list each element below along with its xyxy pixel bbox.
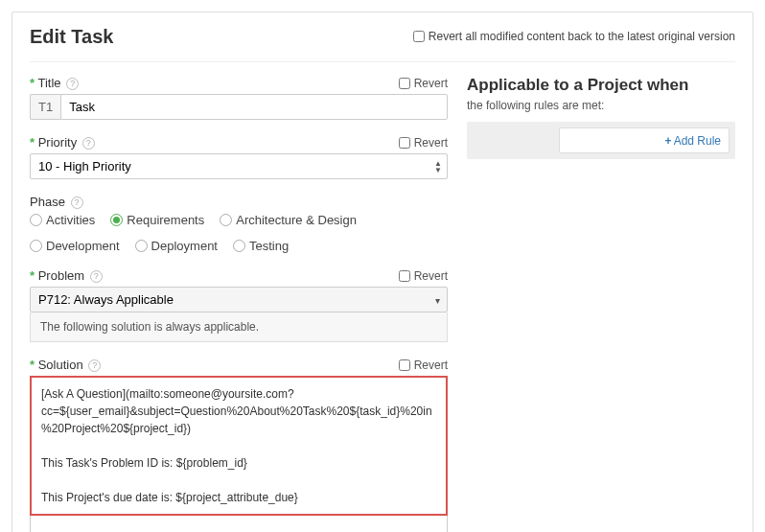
- radio-icon: [135, 240, 148, 252]
- phase-option-activities[interactable]: Activities: [30, 213, 95, 227]
- priority-revert-input[interactable]: [399, 137, 410, 149]
- problem-note: The following solution is always applica…: [30, 312, 448, 342]
- priority-revert[interactable]: Revert: [399, 136, 448, 150]
- phase-option-architecture[interactable]: Architecture & Design: [220, 213, 357, 227]
- title-label: Title: [37, 76, 60, 90]
- phase-option-label: Activities: [46, 213, 95, 227]
- title-prefix: T1: [30, 94, 60, 120]
- radio-icon: [30, 240, 42, 252]
- title-revert[interactable]: Revert: [399, 77, 448, 90]
- radio-icon: [30, 214, 42, 226]
- title-input[interactable]: [60, 94, 448, 120]
- field-phase: Phase ? Activities Requirements: [30, 195, 448, 253]
- problem-label: Problem: [38, 268, 84, 283]
- solution-label: Solution: [38, 358, 83, 372]
- help-icon[interactable]: ?: [90, 270, 103, 283]
- revert-all-input[interactable]: [413, 31, 425, 42]
- radio-icon: [110, 214, 123, 226]
- problem-revert-input[interactable]: [399, 270, 410, 282]
- required-star: *: [30, 76, 35, 90]
- phase-option-label: Architecture & Design: [236, 213, 357, 227]
- title-revert-label: Revert: [414, 77, 448, 90]
- applicable-heading: Applicable to a Project when: [467, 76, 735, 95]
- required-star: *: [30, 268, 35, 283]
- phase-option-label: Development: [46, 239, 120, 253]
- priority-select[interactable]: 10 - High Priority: [30, 153, 448, 179]
- add-rule-label: Add Rule: [674, 134, 721, 148]
- field-solution: * Solution ? Revert [Ask A Question](mai…: [30, 358, 448, 532]
- radio-icon: [233, 240, 245, 252]
- help-icon[interactable]: ?: [88, 359, 101, 372]
- radio-icon: [220, 214, 232, 226]
- revert-all-label: Revert all modified content back to the …: [429, 30, 735, 43]
- problem-select[interactable]: P712: Always Applicable: [30, 287, 448, 312]
- phase-label: Phase: [30, 195, 65, 209]
- field-priority: * Priority ? Revert 10 - High Priority ▲…: [30, 135, 448, 179]
- add-rule-button[interactable]: +Add Rule: [665, 134, 721, 148]
- required-star: *: [30, 358, 35, 372]
- title-revert-input[interactable]: [399, 78, 410, 89]
- phase-option-deployment[interactable]: Deployment: [135, 239, 218, 253]
- applicable-subtext: the following rules are met:: [467, 99, 735, 112]
- problem-revert-label: Revert: [414, 269, 448, 283]
- phase-option-requirements[interactable]: Requirements: [110, 213, 204, 227]
- solution-editor-footer: [30, 516, 448, 532]
- problem-revert[interactable]: Revert: [399, 269, 448, 283]
- rules-container: +Add Rule: [467, 122, 735, 159]
- priority-revert-label: Revert: [414, 136, 448, 150]
- help-icon[interactable]: ?: [82, 137, 95, 150]
- divider: [30, 61, 735, 62]
- solution-revert-input[interactable]: [399, 359, 410, 371]
- solution-revert-label: Revert: [414, 359, 448, 372]
- page-title: Edit Task: [30, 26, 113, 48]
- revert-all-checkbox[interactable]: Revert all modified content back to the …: [413, 30, 735, 43]
- phase-option-label: Deployment: [151, 239, 218, 253]
- field-problem: * Problem ? Revert P712: Always Applicab…: [30, 268, 448, 342]
- help-icon[interactable]: ?: [71, 197, 83, 209]
- phase-option-label: Requirements: [127, 213, 204, 227]
- priority-label: Priority: [38, 135, 77, 150]
- field-title: * Title ? Revert T1: [30, 76, 448, 120]
- phase-option-development[interactable]: Development: [30, 239, 120, 253]
- solution-editor[interactable]: [Ask A Question](mailto:someone@yoursite…: [30, 376, 448, 516]
- required-star: *: [30, 135, 35, 150]
- phase-option-testing[interactable]: Testing: [233, 239, 289, 253]
- solution-revert[interactable]: Revert: [399, 359, 448, 372]
- rule-slot: +Add Rule: [559, 127, 730, 153]
- plus-icon: +: [665, 134, 672, 148]
- phase-option-label: Testing: [249, 239, 289, 253]
- help-icon[interactable]: ?: [66, 78, 79, 90]
